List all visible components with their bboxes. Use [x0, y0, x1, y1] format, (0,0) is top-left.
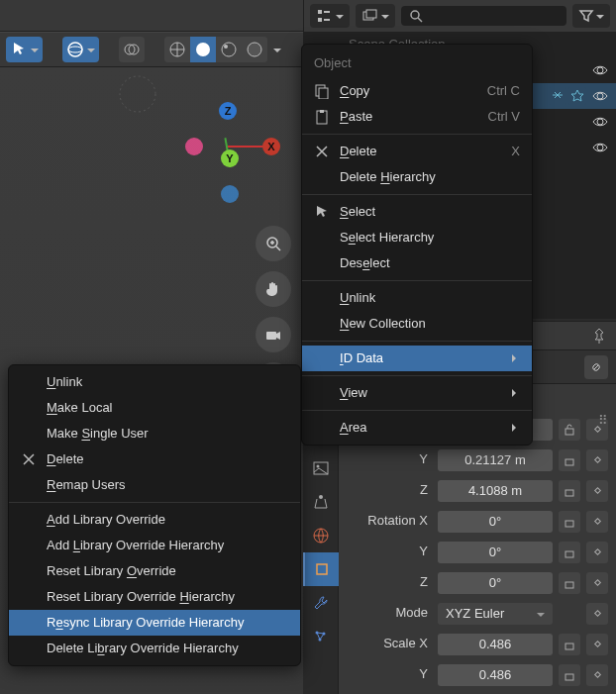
axis-y[interactable]: Y — [221, 149, 239, 167]
chevron-down-icon — [381, 15, 389, 23]
svg-rect-3 — [366, 10, 376, 18]
menu-delete-hierarchy[interactable]: Delete Hierarchy — [302, 164, 532, 190]
anim-toggle[interactable] — [586, 634, 608, 655]
overlays-icon — [123, 41, 141, 58]
axis-neg-z[interactable] — [221, 185, 239, 203]
tab-viewlayer[interactable] — [303, 451, 339, 485]
menu-view[interactable]: View — [302, 380, 532, 406]
scale-x-field[interactable]: 0.486 — [438, 634, 553, 655]
globe-icon — [66, 41, 84, 58]
menu-copy[interactable]: Copy Ctrl C — [302, 78, 532, 104]
lock-toggle[interactable] — [559, 511, 580, 533]
lock-toggle[interactable] — [559, 634, 580, 655]
lock-open-icon — [564, 546, 575, 558]
lock-toggle[interactable] — [559, 480, 580, 502]
shading-matprev[interactable] — [216, 37, 242, 62]
tab-modifier[interactable] — [303, 586, 339, 620]
mode-dropdown[interactable]: XYZ Euler — [438, 603, 553, 625]
rot-y-field[interactable]: 0° — [438, 542, 553, 563]
menu-select[interactable]: Select — [302, 199, 532, 225]
rendered-icon — [246, 41, 263, 58]
lock-toggle[interactable] — [559, 572, 580, 594]
display-mode-dropdown[interactable] — [356, 4, 395, 28]
filter-dropdown[interactable] — [572, 4, 610, 28]
eye-icon[interactable] — [592, 62, 608, 78]
pin-icon[interactable] — [590, 327, 608, 345]
rot-x-field[interactable]: 0° — [438, 511, 553, 533]
prop-location-y: Y 0.21127 m — [339, 445, 616, 475]
object-type-icons — [549, 87, 586, 105]
scale-y-field[interactable]: 0.486 — [438, 664, 553, 686]
lock-toggle[interactable] — [559, 664, 580, 686]
menu-area[interactable]: Area — [302, 415, 532, 441]
lock-open-icon — [564, 424, 575, 436]
rot-z-field[interactable]: 0° — [438, 572, 553, 594]
svg-point-17 — [597, 67, 603, 73]
zoom-button[interactable] — [256, 226, 291, 261]
eye-icon[interactable] — [592, 140, 608, 155]
eye-icon[interactable] — [592, 114, 608, 130]
submenu-reset-override[interactable]: Reset Library Override — [9, 558, 300, 584]
menu-deselect[interactable]: Deselect — [302, 250, 532, 276]
submenu-add-override-hierarchy[interactable]: Add Library Override Hierarchy — [9, 533, 300, 558]
lock-toggle[interactable] — [559, 449, 580, 471]
menu-select-hierarchy[interactable]: Select Hierarchy — [302, 225, 532, 250]
anim-toggle[interactable] — [586, 480, 608, 502]
svg-rect-16 — [266, 332, 276, 340]
cursor-arrow-icon — [10, 41, 28, 58]
anim-toggle[interactable] — [586, 449, 608, 471]
anim-toggle[interactable] — [586, 664, 608, 686]
select-tool[interactable] — [6, 37, 43, 62]
tab-scene[interactable] — [303, 485, 339, 519]
submenu-remap-users[interactable]: Remap Users — [9, 472, 300, 498]
eye-icon[interactable] — [592, 88, 608, 104]
submenu-make-single-user[interactable]: Make Single User — [9, 421, 300, 446]
axis-x[interactable]: X — [262, 138, 280, 155]
empty-circle-icon — [116, 72, 159, 116]
anim-toggle[interactable] — [586, 542, 608, 563]
menu-id-data[interactable]: ID Data — [302, 346, 532, 371]
pivot-tool[interactable] — [62, 37, 99, 62]
svg-rect-43 — [319, 88, 328, 99]
loc-y-field[interactable]: 0.21127 m — [438, 449, 553, 471]
object-icon — [313, 560, 331, 578]
submenu-reset-override-hierarchy[interactable]: Reset Library Override Hierarchy — [9, 584, 300, 610]
shading-solid[interactable] — [190, 37, 216, 62]
menu-unlink[interactable]: Unlink — [302, 285, 532, 311]
loc-z-field[interactable]: 4.1088 m — [438, 480, 553, 502]
submenu-delete[interactable]: Delete — [9, 446, 300, 472]
axis-neg-x[interactable] — [185, 138, 203, 155]
chevron-down-icon[interactable] — [273, 49, 281, 56]
copy-icon — [314, 83, 330, 99]
menu-paste[interactable]: Paste Ctrl V — [302, 104, 532, 130]
tab-world[interactable] — [303, 519, 339, 552]
axis-z[interactable]: Z — [219, 102, 237, 120]
shading-rendered[interactable] — [242, 37, 267, 62]
submenu-unlink[interactable]: Unlink — [9, 369, 300, 395]
editor-type-dropdown[interactable] — [310, 4, 350, 28]
tab-object[interactable] — [303, 552, 339, 586]
submenu-add-override[interactable]: Add Library Override — [9, 507, 300, 533]
pan-button[interactable] — [256, 271, 291, 307]
anim-toggle[interactable] — [586, 572, 608, 594]
search-input[interactable] — [401, 6, 566, 26]
lock-toggle[interactable] — [559, 542, 580, 563]
menu-new-collection[interactable]: New Collection — [302, 311, 532, 337]
nav-gizmo[interactable]: Z X Y — [193, 102, 282, 191]
submenu-delete-override-hierarchy[interactable]: Delete Library Override Hierarchy — [9, 636, 300, 661]
menu-delete[interactable]: Delete X — [302, 139, 532, 164]
tab-particles[interactable] — [303, 620, 339, 653]
shading-wire[interactable] — [164, 37, 190, 62]
submenu-make-local[interactable]: Make Local — [9, 395, 300, 421]
link-icon[interactable] — [584, 355, 608, 379]
paste-icon — [314, 109, 330, 125]
submenu-resync-override-hierarchy[interactable]: Resync Library Override Hierarchy — [9, 610, 300, 636]
camera-view-button[interactable] — [256, 317, 291, 352]
anim-toggle[interactable] — [586, 603, 608, 625]
anim-toggle[interactable] — [586, 511, 608, 533]
overlay-toggle[interactable] — [119, 37, 145, 62]
chevron-down-icon — [336, 15, 344, 23]
menu-separator — [302, 341, 532, 342]
svg-point-11 — [222, 43, 236, 56]
lock-toggle[interactable] — [559, 419, 580, 441]
